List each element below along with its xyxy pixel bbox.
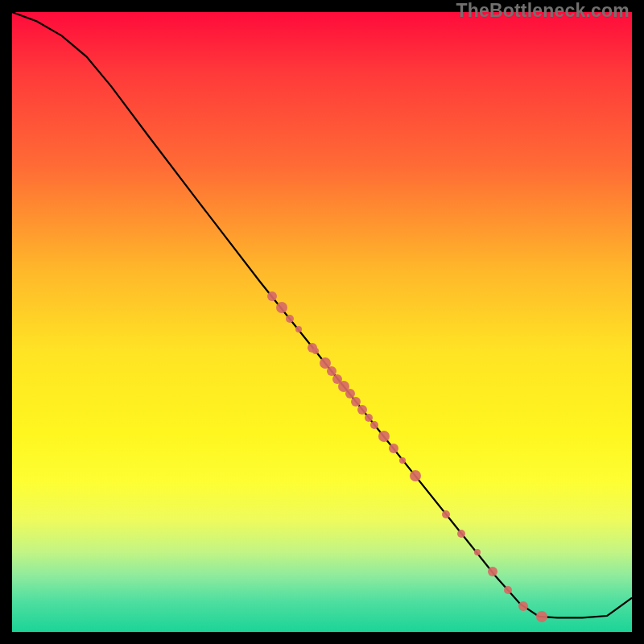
data-point — [536, 611, 547, 622]
data-point — [365, 414, 373, 422]
data-point — [267, 291, 277, 301]
curve-line — [12, 12, 632, 632]
data-point — [389, 444, 398, 453]
data-point — [488, 567, 497, 576]
data-point — [312, 348, 319, 354]
data-point — [410, 470, 421, 481]
chart-plot-area — [12, 12, 632, 632]
data-point — [474, 549, 481, 555]
data-point — [378, 431, 390, 442]
data-point — [370, 421, 378, 429]
data-point — [504, 586, 512, 594]
data-point — [399, 457, 406, 464]
data-point — [357, 405, 367, 415]
data-point — [457, 530, 465, 538]
data-point — [276, 302, 287, 313]
chart-stage: TheBottleneck.com — [0, 0, 644, 644]
data-point — [518, 601, 528, 611]
data-point — [442, 510, 450, 518]
data-point — [295, 326, 302, 332]
watermark: TheBottleneck.com — [456, 0, 630, 22]
data-point — [286, 315, 294, 323]
